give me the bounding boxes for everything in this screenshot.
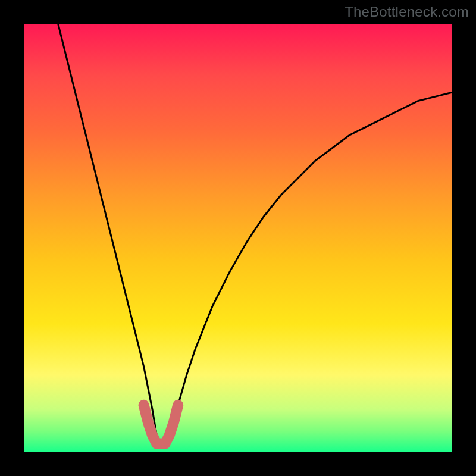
watermark-text: TheBottleneck.com: [345, 4, 469, 20]
bottleneck-curve: [58, 24, 452, 444]
plot-area: [24, 24, 452, 452]
highlight-band: [144, 405, 178, 444]
curve-svg: [24, 24, 452, 452]
chart-frame: TheBottleneck.com: [0, 0, 476, 476]
